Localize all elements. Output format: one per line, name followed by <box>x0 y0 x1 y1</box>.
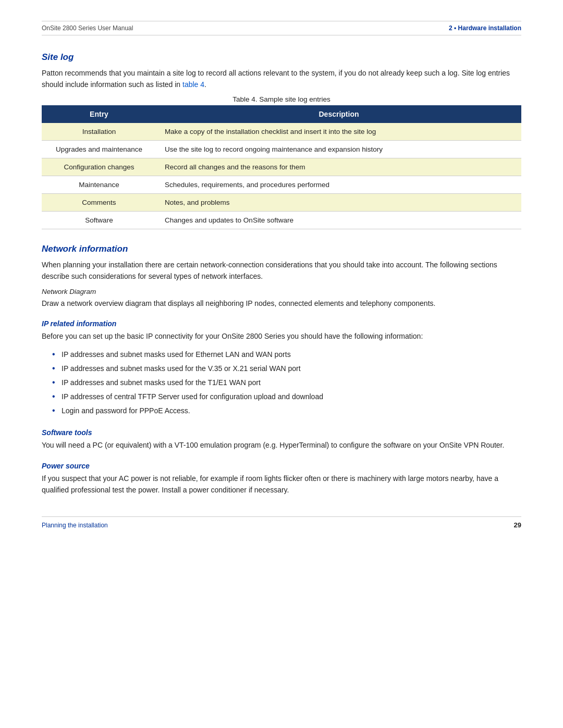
list-item: IP addresses and subnet masks used for t… <box>52 376 521 390</box>
table-cell-description: Make a copy of the installation checklis… <box>156 123 521 141</box>
site-log-paragraph: Patton recommends that you maintain a si… <box>42 68 521 90</box>
header-bar: OnSite 2800 Series User Manual 2 • Hardw… <box>42 21 521 35</box>
table4-link[interactable]: table 4 <box>182 80 204 89</box>
chapter-title: 2 • Hardware installation <box>449 24 521 32</box>
table-cell-entry: Comments <box>42 194 156 212</box>
table-row: Upgrades and maintenanceUse the site log… <box>42 141 521 158</box>
table-cell-description: Schedules, requirements, and procedures … <box>156 176 521 194</box>
manual-title: OnSite 2800 Series User Manual <box>42 24 133 32</box>
table-cell-entry: Installation <box>42 123 156 141</box>
network-information-heading: Network information <box>42 244 521 254</box>
power-source-heading: Power source <box>42 462 521 470</box>
site-log-table: Entry Description InstallationMake a cop… <box>42 105 521 229</box>
ip-related-section: IP related information Before you can se… <box>42 319 521 418</box>
col-entry: Entry <box>42 105 156 123</box>
table-row: Configuration changesRecord all changes … <box>42 158 521 176</box>
network-information-paragraph: When planning your installation there ar… <box>42 260 521 282</box>
software-tools-heading: Software tools <box>42 428 521 437</box>
table-row: SoftwareChanges and updates to OnSite so… <box>42 212 521 229</box>
network-information-section: Network information When planning your i… <box>42 244 521 309</box>
power-source-section: Power source If you suspect that your AC… <box>42 462 521 496</box>
list-item: IP addresses of central TFTP Server used… <box>52 390 521 404</box>
table-row: InstallationMake a copy of the installat… <box>42 123 521 141</box>
software-tools-section: Software tools You will need a PC (or eq… <box>42 428 521 451</box>
page-number: 29 <box>514 521 521 529</box>
power-source-paragraph: If you suspect that your AC power is not… <box>42 473 521 496</box>
table-cell-description: Changes and updates to OnSite software <box>156 212 521 229</box>
ip-related-paragraph: Before you can set up the basic IP conne… <box>42 331 521 342</box>
table-cell-description: Record all changes and the reasons for t… <box>156 158 521 176</box>
footer-section-name: Planning the installation <box>42 522 108 529</box>
table-cell-entry: Configuration changes <box>42 158 156 176</box>
ip-related-bullet-list: IP addresses and subnet masks used for E… <box>52 348 521 418</box>
table-header-row: Entry Description <box>42 105 521 123</box>
network-diagram-heading: Network Diagram <box>42 288 521 295</box>
table-row: CommentsNotes, and problems <box>42 194 521 212</box>
page-footer: Planning the installation 29 <box>42 516 521 529</box>
table-cell-entry: Upgrades and maintenance <box>42 141 156 158</box>
table-row: MaintenanceSchedules, requirements, and … <box>42 176 521 194</box>
list-item: IP addresses and subnet masks used for E… <box>52 348 521 362</box>
table-cell-entry: Maintenance <box>42 176 156 194</box>
page: OnSite 2800 Series User Manual 2 • Hardw… <box>0 0 563 728</box>
ip-related-heading: IP related information <box>42 319 521 328</box>
table-cell-entry: Software <box>42 212 156 229</box>
table-cell-description: Use the site log to record ongoing maint… <box>156 141 521 158</box>
software-tools-paragraph: You will need a PC (or equivalent) with … <box>42 440 521 451</box>
list-item: Login and password for PPPoE Access. <box>52 404 521 418</box>
network-diagram-paragraph: Draw a network overview diagram that dis… <box>42 298 521 310</box>
table-cell-description: Notes, and problems <box>156 194 521 212</box>
site-log-section: Site log Patton recommends that you main… <box>42 52 521 229</box>
col-description: Description <box>156 105 521 123</box>
list-item: IP addresses and subnet masks used for t… <box>52 362 521 376</box>
table-caption: Table 4. Sample site log entries <box>42 95 521 103</box>
site-log-heading: Site log <box>42 52 521 63</box>
